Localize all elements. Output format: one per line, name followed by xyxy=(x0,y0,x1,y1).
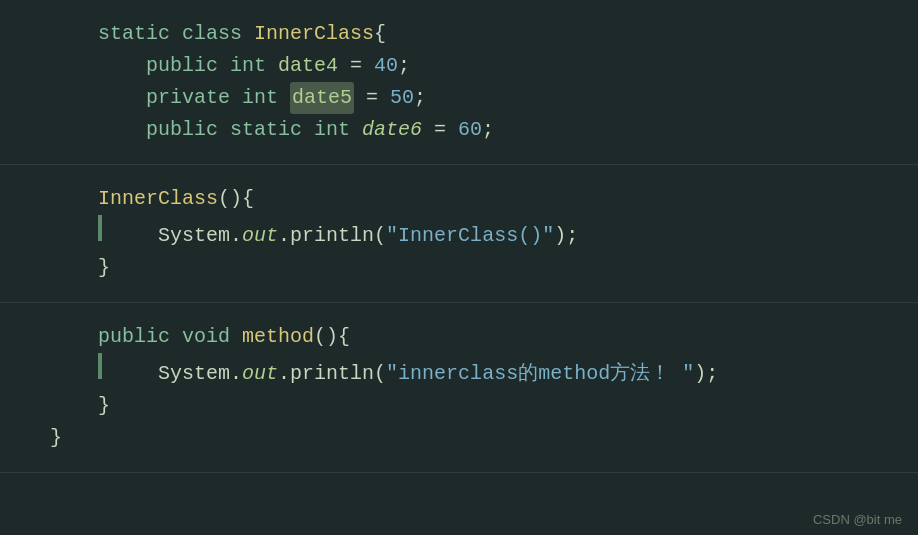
equals: = xyxy=(338,50,374,82)
var-out: out xyxy=(242,220,278,252)
println2: .println( xyxy=(278,358,386,390)
code-line: InnerClass(){ xyxy=(50,183,918,215)
code-line: } xyxy=(50,252,918,284)
code-line: public void method(){ xyxy=(50,321,918,353)
code-line: static class InnerClass{ xyxy=(50,18,918,50)
code-section-method: public void method(){ System.out.println… xyxy=(0,303,918,473)
indent xyxy=(50,252,98,284)
var-date6: date6 xyxy=(362,114,422,146)
left-bar2 xyxy=(98,353,102,379)
code-line: public static int date6 = 60; xyxy=(50,114,918,146)
indent xyxy=(50,220,98,252)
var-date4: date4 xyxy=(278,50,338,82)
var-out2: out xyxy=(242,358,278,390)
keyword-static: static xyxy=(50,18,182,50)
dot2: . xyxy=(230,358,242,390)
watermark: CSDN @bit me xyxy=(813,512,902,527)
close-paren-semi: ); xyxy=(554,220,578,252)
type-int: int xyxy=(230,50,278,82)
brace-close2: } xyxy=(98,390,110,422)
brace-close: } xyxy=(98,252,110,284)
code-section-constructor: InnerClass(){ System.out.println("InnerC… xyxy=(0,165,918,303)
code-line: private int date5 = 50; xyxy=(50,82,918,114)
println: .println( xyxy=(278,220,386,252)
type-void: void xyxy=(182,321,242,353)
var-date5-highlighted: date5 xyxy=(290,82,354,114)
close-paren-semi2: ); xyxy=(694,358,718,390)
keyword-private: private xyxy=(146,82,242,114)
string-innerclass: "InnerClass()" xyxy=(386,220,554,252)
semicolon: ; xyxy=(398,50,410,82)
keyword-public2: public xyxy=(146,114,230,146)
type-int: int xyxy=(242,82,290,114)
num-50: 50 xyxy=(390,82,414,114)
code-line: public int date4 = 40; xyxy=(50,50,918,82)
left-bar xyxy=(98,215,102,241)
indent xyxy=(50,50,146,82)
code-section-fields: static class InnerClass{ public int date… xyxy=(0,0,918,165)
indent xyxy=(50,183,98,215)
code-line: System.out.println("innerclass的method方法！… xyxy=(50,353,918,390)
paren-brace2: (){ xyxy=(314,321,350,353)
indent xyxy=(50,358,98,390)
keyword-public3: public xyxy=(98,321,182,353)
indent xyxy=(50,321,98,353)
num-60: 60 xyxy=(458,114,482,146)
indent xyxy=(50,390,98,422)
keyword-class: class xyxy=(182,18,254,50)
num-40: 40 xyxy=(374,50,398,82)
system: System xyxy=(110,220,230,252)
paren-brace: (){ xyxy=(218,183,254,215)
class-name-innerclass: InnerClass xyxy=(254,18,374,50)
equals: = xyxy=(422,114,458,146)
code-line: } xyxy=(50,422,918,454)
string-method: "innerclass的method方法！ " xyxy=(386,358,694,390)
equals: = xyxy=(354,82,390,114)
method-name: method xyxy=(242,321,314,353)
semicolon: ; xyxy=(482,114,494,146)
code-container: static class InnerClass{ public int date… xyxy=(0,0,918,535)
dot1: . xyxy=(230,220,242,252)
indent xyxy=(50,82,146,114)
keyword-public: public xyxy=(146,50,230,82)
brace-close-outer: } xyxy=(50,422,62,454)
type-int: int xyxy=(314,114,362,146)
indent xyxy=(50,114,146,146)
code-line: } xyxy=(50,390,918,422)
keyword-static: static xyxy=(230,114,314,146)
code-line: System.out.println("InnerClass()"); xyxy=(50,215,918,252)
semicolon: ; xyxy=(414,82,426,114)
constructor-name: InnerClass xyxy=(98,183,218,215)
brace-open: { xyxy=(374,18,386,50)
system2: System xyxy=(110,358,230,390)
